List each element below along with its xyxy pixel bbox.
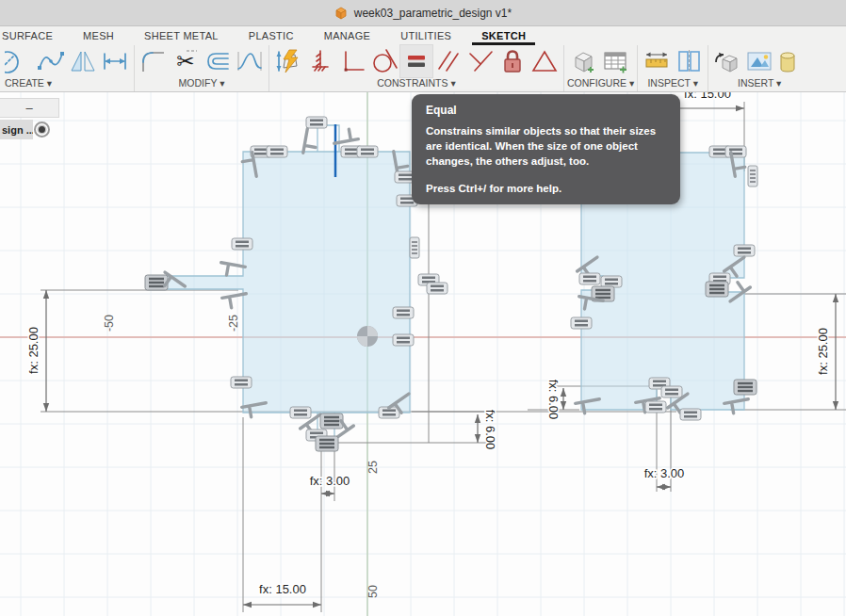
equal-icon[interactable] (400, 45, 432, 77)
constraint-glyph-e[interactable] (571, 317, 592, 329)
origin-point[interactable] (357, 326, 378, 347)
section-analysis-icon[interactable] (673, 45, 705, 77)
dimension-notch-height-right[interactable]: fx: 6.00 (546, 380, 566, 420)
constraint-glyph-e[interactable] (645, 401, 666, 413)
constraint-glyph-e[interactable] (661, 386, 682, 397)
toolbar-group-modify: ✂MODIFY ▾ (135, 45, 269, 91)
visibility-radio-button[interactable] (34, 122, 50, 138)
tooltip-title: Equal (426, 104, 666, 117)
constraint-glyph-h[interactable] (748, 166, 757, 186)
insert-image-icon[interactable] (743, 45, 775, 77)
tangent-icon[interactable] (368, 45, 400, 77)
svg-text:✂: ✂ (176, 49, 194, 73)
measure-icon[interactable] (641, 45, 673, 77)
tab-utilities[interactable]: UTILITIES (400, 26, 451, 45)
configuration-table-icon[interactable] (599, 45, 631, 77)
constraint-glyph-ch[interactable] (303, 129, 318, 155)
configure-feature-icon[interactable] (567, 45, 599, 77)
insert-derive-icon[interactable] (711, 45, 743, 77)
constraint-glyph-e[interactable] (734, 245, 755, 256)
toolbar: CREATE ▾✂MODIFY ▾CONSTRAINTS ▾CONFIGURE … (0, 45, 846, 92)
mirror-icon[interactable] (67, 45, 99, 77)
axis-scale-label: -50 (103, 315, 116, 332)
dimension-left-height[interactable]: fx: 25.00 (26, 290, 49, 412)
dimension-label[interactable]: fx: 15.00 (259, 582, 306, 596)
toolbar-group-label-inspect[interactable]: INSPECT ▾ (641, 77, 705, 91)
axis-scale-label: 50 (366, 585, 380, 598)
constraint-glyph-e[interactable] (290, 407, 311, 418)
toolbar-group-configure: CONFIGURE ▾ (564, 45, 638, 91)
workspace-tabbar: SURFACEMESHSHEET METALPLASTICMANAGEUTILI… (0, 26, 846, 45)
dimension-label[interactable]: fx: 25.00 (26, 327, 41, 374)
circle-icon[interactable] (3, 45, 35, 77)
toolbar-group-label-insert[interactable]: INSERT ▾ (711, 77, 807, 91)
toolbar-group-label-create[interactable]: CREATE ▾ (3, 77, 131, 91)
tab-sheet-metal[interactable]: SHEET METAL (144, 26, 219, 45)
panel-minimize-button[interactable]: – (0, 98, 59, 118)
constraint-glyph-e[interactable] (427, 283, 447, 294)
toolbar-group-insert: INSERT ▾ (708, 45, 810, 91)
tab-mesh[interactable]: MESH (83, 26, 114, 45)
axis-scale-label: -25 (227, 315, 240, 332)
constraint-glyph-e[interactable] (393, 334, 414, 346)
constraint-glyph-h[interactable] (410, 237, 419, 258)
tooltip-footer: Press Ctrl+/ for more help. (426, 183, 666, 194)
document-icon (334, 7, 348, 20)
dimension-label[interactable]: fx: 3.00 (310, 474, 350, 488)
dimension-right-height[interactable]: fx: 25.00 (816, 294, 838, 410)
constraint-glyph-e[interactable] (357, 146, 378, 157)
sketch-canvas: fx: 25.00fx: 25.00fx: 15.00fx: 15.00fx: … (0, 0, 846, 616)
constraint-glyph-e[interactable] (231, 377, 252, 388)
equal-tooltip: Equal Constrains similar objects so that… (412, 94, 680, 204)
toolbar-group-label-configure[interactable]: CONFIGURE ▾ (567, 77, 634, 91)
parallel-icon[interactable] (432, 45, 464, 77)
dimension-bottom-left-width[interactable]: fx: 15.00 (243, 582, 321, 608)
constraint-glyph-e3[interactable] (316, 436, 338, 451)
toolbar-group-constraints: CONSTRAINTS ▾ (269, 45, 564, 91)
browser-document-chip[interactable]: sign ... (0, 120, 33, 139)
dimension-tab-height-left[interactable]: fx: 6.00 (475, 410, 497, 450)
titlebar: week03_parametric_design v1* (0, 0, 846, 26)
constraint-glyph-e[interactable] (232, 238, 252, 250)
spline-icon[interactable] (35, 45, 67, 77)
triangle-constraint-icon[interactable] (529, 45, 561, 77)
tab-plastic[interactable]: PLASTIC (249, 26, 294, 45)
constraint-glyph-e[interactable] (680, 409, 701, 420)
constraint-glyph-e[interactable] (601, 276, 622, 287)
sketch-dimension-icon[interactable] (272, 45, 304, 77)
perpendicular-icon[interactable] (336, 45, 368, 77)
dimension-label[interactable]: fx: 25.00 (816, 328, 830, 375)
dimension-icon[interactable] (99, 45, 131, 77)
left-plate[interactable] (151, 152, 410, 413)
dimension-tab-width-left[interactable]: fx: 3.00 (310, 474, 350, 496)
coincident-icon[interactable] (304, 45, 336, 77)
offset-icon[interactable] (202, 45, 234, 77)
fillet-icon[interactable] (138, 45, 170, 77)
constraint-glyph-e[interactable] (267, 146, 287, 157)
constraint-glyph-e[interactable] (579, 273, 600, 284)
tab-sketch[interactable]: SKETCH (472, 26, 535, 45)
constraint-glyph-e3[interactable] (145, 275, 168, 290)
constraint-glyph-e3[interactable] (734, 380, 757, 395)
dimension-label[interactable]: fx: 6.00 (546, 380, 561, 420)
dimension-label[interactable]: fx: 6.00 (483, 410, 497, 450)
constraint-glyph-e[interactable] (306, 117, 327, 128)
constraint-glyph-e[interactable] (393, 307, 414, 318)
dimension-notch-width-right[interactable]: fx: 3.00 (644, 466, 685, 490)
axis-scale-label: 25 (366, 461, 380, 474)
tab-surface[interactable]: SURFACE (2, 26, 53, 45)
browser-document-label: sign ... (2, 124, 33, 136)
tab-manage[interactable]: MANAGE (324, 26, 370, 45)
symmetry-icon[interactable] (464, 45, 496, 77)
trim-icon[interactable]: ✂ (170, 45, 202, 77)
constraint-glyph-e3[interactable] (706, 282, 728, 297)
constraint-glyph-e[interactable] (725, 146, 746, 157)
fix-lock-icon[interactable] (496, 45, 529, 77)
toolbar-group-label-modify[interactable]: MODIFY ▾ (138, 77, 266, 91)
app-header: week03_parametric_design v1* SURFACEMESH… (0, 0, 846, 92)
tooltip-body: Constrains similar objects so that their… (426, 124, 666, 170)
dimension-label[interactable]: fx: 3.00 (644, 466, 685, 480)
insert-decal-icon[interactable] (775, 45, 807, 77)
fit-curve-icon[interactable] (234, 45, 266, 77)
toolbar-group-label-constraints[interactable]: CONSTRAINTS ▾ (272, 77, 561, 91)
